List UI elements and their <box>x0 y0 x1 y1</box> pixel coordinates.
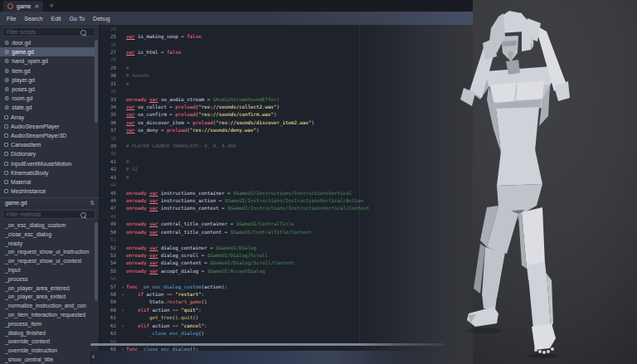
token: (). <box>173 315 181 320</box>
token: "res://sounds/confirm.wav" <box>198 112 274 117</box>
token: $GameUI/CentralTitle <box>236 221 294 226</box>
token: () <box>198 331 204 336</box>
fold-arrow-icon[interactable]: ▾ <box>119 323 126 328</box>
line-number: 62 <box>100 323 119 328</box>
token: "restart" <box>175 292 201 297</box>
token: $GameUI/Instructions/InstructionsVertica… <box>233 191 352 196</box>
method-item-_on_player_area_exited[interactable]: _on_player_area_exited <box>0 292 95 301</box>
token: dialog_scroll = <box>158 253 207 258</box>
fold-arrow-icon[interactable]: ▾ <box>119 284 126 289</box>
script-item-hand_open.gd[interactable]: ⚙hand_open.gd <box>0 56 98 66</box>
token: onready <box>126 269 149 274</box>
token: $GameUI/AcceptDialog <box>207 269 265 274</box>
script-icon: ⚙ <box>4 95 9 101</box>
menu-file[interactable]: File <box>7 16 16 22</box>
script-icon: ⚙ <box>4 58 9 64</box>
token: "cancel" <box>181 323 204 328</box>
class-item-MeshInstance[interactable]: MeshInstance <box>0 187 98 196</box>
line-number: 55 <box>100 269 119 274</box>
script-item-poses.gd[interactable]: ⚙poses.gd <box>0 85 98 94</box>
item-label: player.gd <box>12 77 35 83</box>
class-item-InputEventMouseMotion[interactable]: InputEventMouseMotion <box>0 159 98 168</box>
tab-game[interactable]: game ✕ <box>3 1 43 12</box>
token: ) <box>274 112 277 117</box>
class-item-CanvasItem[interactable]: CanvasItem <box>0 140 98 149</box>
token: preload <box>175 104 195 109</box>
token: # <box>126 175 129 180</box>
token: ) <box>256 128 260 133</box>
menu-go-to[interactable]: Go To <box>70 16 85 22</box>
method-item-_close_esc_dialog[interactable]: _close_esc_dialog <box>0 230 95 239</box>
token: onready <box>126 260 149 265</box>
item-label: item.gd <box>12 68 30 74</box>
token: $GameUI/Dialog/Scroll/Content <box>210 260 294 265</box>
line-number: 56 <box>100 276 119 281</box>
panel-back-arrow[interactable]: ‹ <box>92 351 95 362</box>
class-item-AudioStreamPlayer3D[interactable]: AudioStreamPlayer3D <box>0 131 98 140</box>
line-number: 53 <box>100 253 119 258</box>
class-icon <box>4 143 8 147</box>
class-item-Dictionary[interactable]: Dictionary <box>0 149 98 158</box>
script-item-state.gd[interactable]: ⚙state.gd <box>0 103 98 112</box>
token: var <box>149 269 158 274</box>
line-number: 61 <box>100 315 119 320</box>
script-item-door.gd[interactable]: ⚙door.gd <box>0 38 98 47</box>
method-item-_override_context[interactable]: _override_context <box>0 337 95 346</box>
method-item-_override_instruction[interactable]: _override_instruction <box>0 346 95 355</box>
line-number: 43 <box>100 175 119 180</box>
method-item-_process[interactable]: _process <box>0 274 95 284</box>
script-item-game.gd[interactable]: ⚙game.gd <box>0 47 98 56</box>
line-number: 31 <box>100 81 119 86</box>
menu-search[interactable]: Search <box>24 16 42 22</box>
token <box>126 292 138 297</box>
token: onready <box>126 253 149 258</box>
line-number: 34 <box>100 104 119 109</box>
fold-arrow-icon[interactable]: ▾ <box>119 308 126 313</box>
method-item-_on_player_area_entered[interactable]: _on_player_area_entered <box>0 284 95 293</box>
line-number: 45 <box>100 191 119 196</box>
class-item-AudioStreamPlayer[interactable]: AudioStreamPlayer <box>0 122 98 131</box>
method-item-_on_esc_dialog_custom[interactable]: _on_esc_dialog_custom <box>0 221 95 230</box>
class-icon <box>4 152 8 156</box>
class-item-Array[interactable]: Array <box>0 113 98 122</box>
token: preload <box>175 112 195 117</box>
token: var <box>126 50 134 55</box>
method-item-_on_item_interaction_requested[interactable]: _on_item_interaction_requested <box>0 310 95 319</box>
method-item-_on_request_show_ui_context[interactable]: _on_request_show_ui_context <box>0 256 95 265</box>
script-list-scrollbar[interactable] <box>95 40 98 123</box>
token <box>126 323 138 328</box>
script-item-player.gd[interactable]: ⚙player.gd <box>0 75 98 85</box>
token: $GameUI/Instructions/InstructionsVertica… <box>227 206 369 211</box>
class-item-KinematicBody[interactable]: KinematicBody <box>0 168 98 177</box>
script-item-room.gd[interactable]: ⚙room.gd <box>0 94 98 103</box>
menu-edit[interactable]: Edit <box>51 16 61 22</box>
method-item-_ready[interactable]: _ready <box>0 239 95 248</box>
script-item-item.gd[interactable]: ⚙item.gd <box>0 66 98 75</box>
menu-debug[interactable]: Debug <box>93 16 110 22</box>
token: onready <box>126 206 149 211</box>
token: se_audio_stream = <box>158 97 212 102</box>
menu-bar: FileSearchEditGo ToDebug <box>0 12 473 25</box>
method-item-_on_request_show_ui_instruction[interactable]: _on_request_show_ui_instruction <box>0 247 95 256</box>
method-item-_show_central_title[interactable]: _show_central_title <box>0 355 95 364</box>
fold-arrow-icon[interactable]: ▾ <box>119 292 126 297</box>
method-item-_input[interactable]: _input <box>0 265 95 274</box>
token: central_title_container = <box>158 221 236 226</box>
token: onready <box>126 230 149 235</box>
method-item-_process_item[interactable]: _process_item <box>0 319 95 328</box>
line-number: 52 <box>100 245 119 250</box>
line-number: 29 <box>100 66 119 70</box>
token: # <box>126 81 129 86</box>
token: se_confirm = <box>134 112 175 117</box>
class-item-Material[interactable]: Material <box>0 177 98 187</box>
new-tab-button[interactable]: + <box>49 1 53 12</box>
item-label: game.gd <box>12 49 33 55</box>
token: false <box>167 50 181 55</box>
tab-close-icon[interactable]: ✕ <box>35 1 40 12</box>
method-item-_normalize_instruction_and_con[interactable]: _normalize_instruction_and_con <box>0 301 95 310</box>
sort-methods-icon[interactable]: ⇅ <box>90 200 95 206</box>
token: var <box>149 260 158 265</box>
script-tab-bar: game ✕ + <box>0 0 473 12</box>
method-list-scrollbar[interactable] <box>95 222 98 301</box>
method-item-_dialog_finished[interactable]: _dialog_finished <box>0 328 95 337</box>
